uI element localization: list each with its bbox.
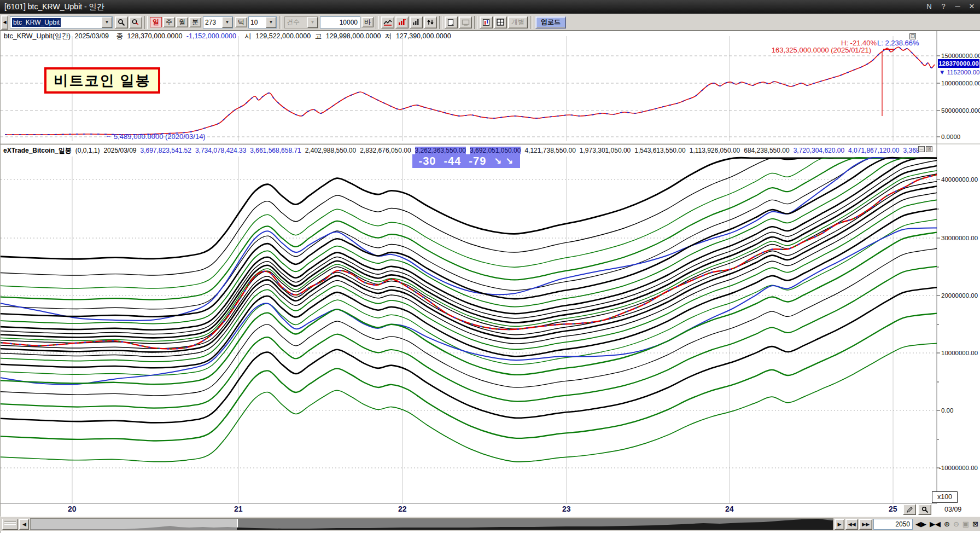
search-button[interactable] bbox=[115, 16, 128, 28]
minimize-pane-icon[interactable]: ─ bbox=[918, 146, 925, 152]
y-axis-label: 100000000.00 bbox=[941, 80, 980, 86]
y-axis-label: 20000000.00 bbox=[941, 292, 978, 299]
period-daily-button[interactable]: 일 bbox=[150, 17, 162, 27]
x-axis-label: 24 bbox=[725, 505, 734, 513]
minute-combo[interactable]: 273 ▼ bbox=[203, 16, 233, 28]
navigator-volume-profile bbox=[31, 519, 833, 530]
search-next-button[interactable] bbox=[129, 16, 142, 28]
page-left-button[interactable]: ◀◀ bbox=[845, 519, 859, 530]
chart-area[interactable]: btc_KRW_Upbit(일간) 2025/03/09 종 128,370,0… bbox=[0, 31, 980, 533]
sort-button[interactable] bbox=[424, 16, 437, 28]
collapse-toolbar-button[interactable]: ◀ bbox=[1, 15, 8, 30]
magnifier-icon bbox=[921, 506, 929, 513]
indicator-value: 3,720,304,620.00 bbox=[794, 147, 844, 154]
minimize-button[interactable]: ─ bbox=[953, 2, 962, 11]
indicator-date: 2025/03/09 bbox=[103, 147, 136, 154]
chevron-down-icon[interactable]: ▼ bbox=[222, 17, 232, 28]
mixed-chart-button[interactable] bbox=[480, 16, 493, 28]
close-navigator-icon[interactable]: ⊠ bbox=[972, 520, 978, 528]
tooltip-value-3: -79 bbox=[469, 155, 486, 167]
compress-horizontal-icon[interactable]: ▶◀ bbox=[930, 520, 941, 528]
left-arrow-marker: ← bbox=[106, 132, 112, 138]
indicator-params: (0,0,1,1) bbox=[75, 147, 100, 154]
volume-button[interactable] bbox=[410, 16, 423, 28]
hts-window: { "window": { "title": "[6101] btc_KRW_U… bbox=[0, 0, 980, 533]
draw-tool-button[interactable] bbox=[903, 504, 916, 515]
tooltip-value-2: -44 bbox=[444, 155, 461, 167]
high-drawdown-annotation: H: -21.40% bbox=[841, 39, 877, 47]
chart-toolbar: ◀ btc_KRW_Upbit ▼ 일 주 월 분 273 ▼ 틱 10 ▼ 건… bbox=[0, 14, 980, 31]
indicator-value: 1,113,926,050.00 bbox=[690, 147, 740, 154]
grid-layout-icon bbox=[497, 19, 504, 26]
bars-red-icon bbox=[398, 19, 406, 26]
indicator-value: 1,543,613,550.00 bbox=[634, 147, 685, 154]
indicator-title: eXTrade_Bitcoin_일봉 bbox=[3, 146, 72, 155]
chart-scrollbar-row: ◀ ▶ ◀◀ ▶▶ ◀▶ ▶◀ ⊕ ⊖ ▣ ⊠ bbox=[0, 517, 980, 531]
y-axis-label: 0.00 bbox=[941, 407, 953, 414]
symbol-combo-value: btc_KRW_Upbit bbox=[12, 18, 61, 27]
close-pane-icon[interactable]: ☒ bbox=[926, 146, 932, 152]
period-monthly-button[interactable]: 월 bbox=[176, 17, 188, 27]
x-axis-label: 22 bbox=[398, 505, 407, 513]
indicator-values: 3,697,823,541.523,734,078,424.333,661,56… bbox=[140, 147, 920, 154]
indicator-value: 1,973,301,050.00 bbox=[580, 147, 631, 154]
visible-bars-input[interactable] bbox=[873, 519, 913, 530]
chevron-down-icon: ▼ bbox=[307, 17, 318, 28]
indicator-value: 684,238,550.00 bbox=[744, 147, 789, 154]
period-tick-button[interactable]: 틱 bbox=[235, 17, 247, 27]
low-runup-annotation: L: 2,238.66% bbox=[877, 39, 919, 47]
indicator-value: 3,661,568,658.71 bbox=[250, 147, 301, 154]
sort-arrows-icon bbox=[427, 19, 434, 26]
window-controls: N ? ─ ✕ bbox=[924, 2, 977, 11]
tick-combo-value: 10 bbox=[250, 19, 258, 26]
y-axis-label: 50000000.000 bbox=[941, 107, 980, 114]
chart-navigator-track[interactable] bbox=[30, 518, 833, 530]
x-axis-label: 20 bbox=[68, 505, 77, 513]
x-axis-label: 21 bbox=[234, 505, 243, 513]
period-weekly-button[interactable]: 주 bbox=[163, 17, 175, 27]
help-button[interactable]: ? bbox=[938, 2, 948, 11]
symbol-combo[interactable]: btc_KRW_Upbit ▼ bbox=[10, 16, 113, 28]
chevron-down-icon[interactable]: ▼ bbox=[102, 17, 112, 28]
fullscreen-icon: ▣ bbox=[962, 520, 969, 528]
close-button[interactable]: ✕ bbox=[967, 2, 977, 11]
x-axis-label: 23 bbox=[562, 505, 571, 513]
bar-button[interactable]: 바 bbox=[361, 17, 374, 27]
tv-icon bbox=[462, 19, 470, 26]
indicator-value: 4,121,738,550.00 bbox=[524, 147, 575, 154]
restore-pane-icon[interactable]: ❐ bbox=[909, 33, 916, 39]
main-chart-canvas[interactable] bbox=[1, 31, 980, 533]
indicator-value: 3,697,823,541.52 bbox=[140, 147, 191, 154]
grid-layout-button[interactable] bbox=[494, 16, 507, 28]
chevron-down-icon[interactable]: ▼ bbox=[266, 17, 276, 28]
count-combo: 건수 ▼ bbox=[284, 16, 318, 28]
tv-button bbox=[459, 16, 472, 28]
chart-annotation-label[interactable]: 비트코인 일봉 bbox=[44, 67, 160, 94]
upload-button[interactable]: 업로드 bbox=[535, 16, 566, 28]
indicator-value: 2,402,988,550.00 bbox=[305, 147, 356, 154]
line-style-button[interactable] bbox=[381, 16, 394, 28]
indicator-value: 4,071,867,120.00 bbox=[848, 147, 899, 154]
current-change-badge: ▼ 1152000.00 bbox=[939, 69, 979, 76]
count-combo-label: 건수 bbox=[287, 18, 300, 27]
scrollbar-grip[interactable] bbox=[2, 519, 18, 530]
new-chart-button[interactable] bbox=[445, 16, 458, 28]
bar-count-input[interactable] bbox=[320, 16, 360, 28]
indicator-value: 3,368,7 bbox=[903, 147, 920, 154]
scroll-left-button[interactable]: ◀ bbox=[19, 519, 29, 530]
window-titlebar[interactable]: [6101] btc_KRW_Upbit - 일간 N ? ─ ✕ bbox=[0, 0, 980, 14]
expand-horizontal-icon[interactable]: ◀▶ bbox=[915, 520, 926, 528]
zoom-in-icon[interactable]: ⊕ bbox=[944, 520, 950, 528]
page-right-button[interactable]: ▶▶ bbox=[859, 519, 872, 530]
y-axis-label: 10000000.00 bbox=[941, 350, 978, 356]
zoom-tool-button[interactable] bbox=[918, 504, 931, 515]
low-price-annotation: 5,489,000.0000 (2020/03/14) bbox=[114, 132, 206, 141]
scroll-right-button[interactable]: ▶ bbox=[835, 519, 844, 530]
volume-red-button[interactable] bbox=[395, 16, 409, 28]
current-price-badge: 128370000.00 bbox=[938, 59, 979, 68]
period-minute-button[interactable]: 분 bbox=[189, 17, 201, 27]
news-button[interactable]: N bbox=[924, 2, 934, 11]
indicator-value: 3,692,051,050.00 bbox=[470, 147, 521, 154]
tick-combo[interactable]: 10 ▼ bbox=[248, 16, 277, 28]
y-axis-label: -10000000.00 bbox=[939, 465, 978, 471]
